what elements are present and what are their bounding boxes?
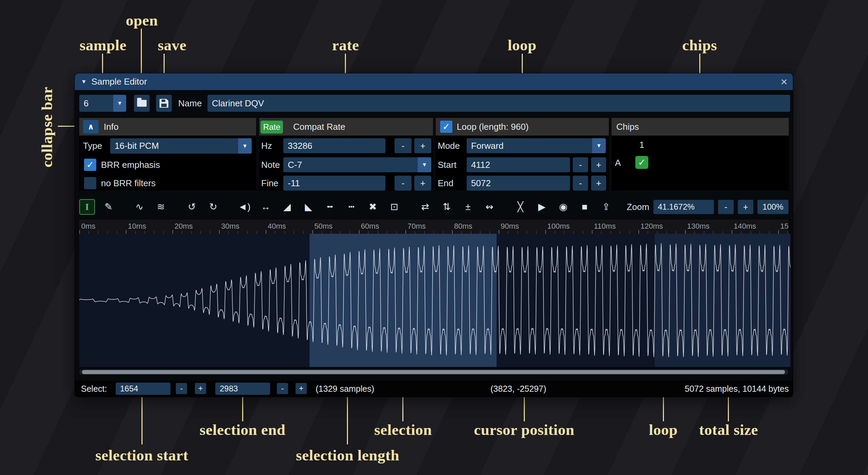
undo-icon[interactable]: ↺ — [184, 199, 200, 215]
type-select[interactable]: 16-bit PCM ▼ — [110, 138, 252, 154]
delete-icon[interactable]: ✖ — [365, 199, 381, 215]
fade-in-icon[interactable]: ◢ — [279, 199, 295, 215]
reverse-icon[interactable]: ⇄ — [417, 199, 433, 215]
selection-start-minus-button[interactable]: - — [176, 383, 187, 394]
export-sample-icon[interactable]: ⇪ — [598, 199, 614, 215]
zoom-input[interactable]: 41.1672% — [653, 200, 714, 214]
hz-minus-button[interactable]: - — [395, 138, 412, 153]
fine-minus-button[interactable]: - — [395, 176, 412, 191]
rate-section: Rate Compat Rate Hz 33286 - + Note C-7 ▼… — [259, 118, 433, 191]
rate-badge: Rate — [261, 121, 283, 134]
no-brr-filters-label: no BRR filters — [101, 176, 155, 191]
scrollbar-thumb[interactable] — [82, 370, 785, 374]
brr-emphasis-checkbox[interactable]: ✓ — [84, 159, 96, 171]
sample-editor-window: ▼ Sample Editor × 6 ▼ Name Clarinet DQV … — [75, 73, 793, 397]
ruler-label: 150ms — [778, 219, 788, 234]
selection-start-input[interactable]: 1654 — [116, 383, 170, 395]
note-select-value: C-7 — [288, 160, 302, 170]
zoom-value: 41.1672% — [658, 202, 695, 212]
collapse-window-icon[interactable]: ▼ — [81, 78, 87, 85]
check-icon: ✓ — [443, 121, 450, 132]
chevron-down-icon[interactable]: ▼ — [113, 95, 126, 112]
open-sample-button[interactable] — [134, 95, 150, 112]
selection-end-plus-button[interactable]: + — [296, 383, 307, 394]
type-label: Type — [83, 138, 102, 154]
select-label: Select: — [81, 381, 107, 397]
ruler-label: 40ms — [266, 219, 312, 234]
selection-end-minus-button[interactable]: - — [277, 383, 288, 394]
apply-filter-icon[interactable]: ↭ — [482, 199, 497, 215]
redo-icon[interactable]: ↻ — [205, 199, 221, 215]
sample-select-value: 6 — [84, 98, 88, 109]
info-header: ∧ Info — [79, 118, 256, 136]
zoom-label: Zoom — [627, 202, 649, 212]
annotation-save: save — [158, 36, 187, 54]
info-section: ∧ Info Type 16-bit PCM ▼ ✓ BRR emphasis … — [79, 118, 256, 191]
name-input[interactable]: Clarinet DQV — [207, 95, 790, 112]
stop-preview-icon[interactable]: ■ — [577, 199, 592, 215]
hz-input[interactable]: 33286 — [283, 138, 385, 153]
apply-silence-icon[interactable]: ┅ — [344, 199, 359, 215]
no-brr-filters-checkbox[interactable] — [84, 177, 96, 189]
close-icon[interactable]: × — [781, 73, 787, 90]
select-tool-icon[interactable]: I — [79, 199, 95, 215]
preview-icon[interactable]: ▶ — [534, 199, 550, 215]
chevron-down-icon[interactable]: ▼ — [592, 138, 606, 153]
chevron-down-icon[interactable]: ▼ — [238, 138, 252, 154]
resample-icon[interactable]: ∿ — [132, 199, 147, 215]
zoom-minus-button[interactable]: - — [718, 200, 734, 214]
loop-start-minus-button[interactable]: - — [573, 157, 588, 172]
loop-enable-checkbox[interactable]: ✓ — [440, 121, 452, 133]
toolbar-icons: I ✎ ∿ ≋ ↺ ↻ ◄) ↔ ◢ ◣ — [79, 199, 614, 215]
hz-plus-button[interactable]: + — [414, 138, 431, 153]
annotation-line-selection-start — [141, 397, 143, 444]
ruler-label: 90ms — [499, 219, 545, 234]
create-wavetable-icon[interactable]: ≋ — [153, 199, 169, 215]
chevron-down-icon[interactable]: ▼ — [418, 157, 431, 172]
zoom-reset-button[interactable]: 100% — [757, 200, 788, 214]
normalize-icon[interactable]: ↔ — [258, 199, 273, 215]
amplify-icon[interactable]: ◄) — [236, 199, 252, 215]
save-icon — [160, 99, 168, 108]
chip-index-label: 1 — [635, 140, 648, 150]
draw-tool-icon[interactable]: ✎ — [101, 199, 116, 215]
fade-out-icon[interactable]: ◣ — [301, 199, 316, 215]
chip-enable-checkbox[interactable]: ✓ — [635, 156, 648, 169]
save-sample-button[interactable] — [156, 95, 172, 112]
selection-end-input[interactable]: 2983 — [215, 383, 270, 395]
time-ruler: 0ms10ms20ms30ms40ms50ms60ms70ms80ms90ms1… — [79, 219, 788, 234]
zoom-plus-button[interactable]: + — [738, 200, 753, 214]
invert-icon[interactable]: ⇅ — [439, 199, 454, 215]
crossfade-loop-icon[interactable]: ╳ — [513, 199, 528, 215]
loop-end-plus-button[interactable]: + — [591, 176, 606, 191]
type-select-value: 16-bit PCM — [115, 141, 159, 151]
sample-select[interactable]: 6 ▼ — [79, 95, 126, 112]
preview-loop-icon[interactable]: ◉ — [555, 199, 571, 215]
chips-header-label: Chips — [616, 118, 639, 136]
trim-icon[interactable]: ⊡ — [386, 199, 402, 215]
selection-start-plus-button[interactable]: + — [195, 383, 206, 394]
loop-end-value: 5072 — [471, 178, 491, 189]
loop-start-input[interactable]: 4112 — [467, 157, 570, 172]
signed-unsigned-icon[interactable]: ± — [460, 199, 476, 215]
waveform-scrollbar[interactable] — [79, 369, 788, 375]
loop-end-minus-button[interactable]: - — [573, 176, 588, 191]
sample-toolbar: I ✎ ∿ ≋ ↺ ↻ ◄) ↔ ◢ ◣ — [75, 198, 793, 216]
folder-open-icon — [137, 100, 147, 107]
ruler-label: 50ms — [312, 219, 359, 234]
insert-silence-icon[interactable]: ╍ — [322, 199, 338, 215]
chips-section: Chips 1 A ✓ — [612, 118, 789, 191]
waveform-view[interactable] — [79, 234, 790, 367]
ruler-label: 130ms — [685, 219, 732, 234]
collapse-section-button[interactable]: ∧ — [83, 120, 99, 134]
loop-end-input[interactable]: 5072 — [467, 176, 570, 191]
loop-start-plus-button[interactable]: + — [591, 157, 606, 172]
cursor-position-text: (3823, -25297) — [490, 381, 546, 397]
loop-end-label: End — [438, 176, 453, 191]
ruler-label: 60ms — [359, 219, 405, 234]
annotation-selection: selection — [374, 421, 432, 439]
note-select[interactable]: C-7 ▼ — [283, 157, 431, 172]
fine-plus-button[interactable]: + — [414, 176, 431, 191]
fine-input[interactable]: -11 — [283, 176, 385, 191]
loop-mode-select[interactable]: Forward ▼ — [467, 138, 606, 153]
